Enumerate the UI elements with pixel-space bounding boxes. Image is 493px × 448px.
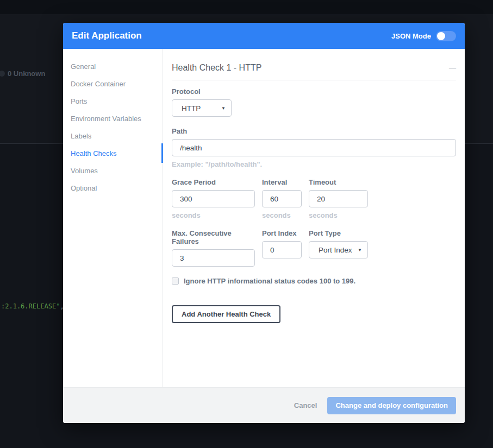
section-title: Health Check 1 - HTTP [172, 63, 261, 73]
port-index-label: Port Index [262, 229, 302, 237]
sidebar-item-docker-container[interactable]: Docker Container [63, 75, 163, 92]
modal-body: General Docker Container Ports Environme… [63, 49, 465, 387]
timeout-helper: seconds [309, 211, 368, 219]
add-health-check-button[interactable]: Add Another Health Check [172, 305, 280, 323]
edit-application-modal: Edit Application JSON Mode General Docke… [63, 23, 465, 423]
modal-sidebar: General Docker Container Ports Environme… [63, 49, 163, 387]
port-type-label: Port Type [309, 229, 368, 237]
port-index-group: Port Index [262, 229, 302, 267]
port-type-group: Port Type Port Index ▼ [309, 229, 368, 267]
sidebar-item-optional[interactable]: Optional [63, 179, 163, 197]
path-input[interactable] [172, 139, 456, 156]
code-text: :2.1.6.RELEASE" [1, 302, 60, 310]
collapse-icon[interactable]: — [449, 65, 456, 71]
grace-period-label: Grace Period [172, 178, 255, 186]
interval-helper: seconds [262, 211, 302, 219]
max-failures-label: Max. Consecutive Failures [172, 229, 255, 245]
interval-input[interactable] [262, 190, 302, 207]
sidebar-item-ports[interactable]: Ports [63, 92, 163, 110]
change-and-deploy-button[interactable]: Change and deploy configuration [327, 397, 456, 414]
modal-footer: Cancel Change and deploy configuration [63, 387, 465, 423]
ignore-http-checkbox-row[interactable]: Ignore HTTP informational status codes 1… [172, 277, 456, 285]
modal-title: Edit Application [72, 30, 142, 41]
json-mode-toggle[interactable] [436, 31, 456, 41]
grace-period-input[interactable] [172, 190, 255, 207]
json-mode-label: JSON Mode [391, 32, 431, 40]
toggle-knob-icon [437, 32, 445, 40]
timeout-label: Timeout [309, 178, 368, 186]
path-helper: Example: "/path/to/health". [172, 160, 456, 168]
unknown-status: 0 Unknown [8, 70, 45, 78]
protocol-group: Protocol HTTP ▼ [172, 87, 456, 117]
background-code-line: :2.1.6.RELEASE", [1, 302, 64, 310]
timing-row: Grace Period seconds Interval seconds Ti… [172, 178, 456, 219]
unknown-status-label: 0 Unknown [8, 70, 45, 78]
grace-period-helper: seconds [172, 211, 255, 219]
protocol-selected-value: HTTP [182, 104, 201, 112]
sidebar-item-environment-variables[interactable]: Environment Variables [63, 110, 163, 127]
json-mode-control: JSON Mode [391, 31, 456, 41]
chevron-down-icon: ▼ [221, 106, 226, 111]
max-failures-group: Max. Consecutive Failures [172, 229, 255, 267]
timeout-group: Timeout seconds [309, 178, 368, 219]
port-index-input[interactable] [262, 241, 302, 258]
page-top-bar [0, 0, 493, 14]
checkbox-unchecked-icon[interactable] [172, 277, 179, 285]
port-type-select[interactable]: Port Index ▼ [309, 241, 368, 258]
chevron-down-icon: ▼ [358, 248, 362, 253]
timeout-input[interactable] [309, 190, 368, 207]
protocol-label: Protocol [172, 87, 456, 96]
cancel-button[interactable]: Cancel [294, 401, 317, 409]
sidebar-item-general[interactable]: General [63, 58, 163, 75]
path-group: Path Example: "/path/to/health". [172, 127, 456, 168]
ignore-http-checkbox-label: Ignore HTTP informational status codes 1… [184, 277, 355, 285]
modal-header: Edit Application JSON Mode [63, 23, 465, 49]
sidebar-item-labels[interactable]: Labels [63, 127, 163, 144]
grace-period-group: Grace Period seconds [172, 178, 255, 219]
sidebar-item-volumes[interactable]: Volumes [63, 162, 163, 179]
port-row: Max. Consecutive Failures Port Index Por… [172, 229, 456, 267]
interval-group: Interval seconds [262, 178, 302, 219]
max-failures-input[interactable] [172, 249, 255, 267]
port-type-selected-value: Port Index [319, 246, 352, 254]
interval-label: Interval [262, 178, 302, 186]
sidebar-item-label: Health Checks [71, 149, 117, 157]
section-header: Health Check 1 - HTTP — [172, 63, 456, 80]
sidebar-item-health-checks[interactable]: Health Checks [63, 144, 163, 162]
protocol-select[interactable]: HTTP ▼ [172, 99, 232, 117]
active-indicator [161, 143, 163, 163]
health-checks-panel: Health Check 1 - HTTP — Protocol HTTP ▼ … [163, 49, 465, 387]
path-label: Path [172, 127, 456, 135]
